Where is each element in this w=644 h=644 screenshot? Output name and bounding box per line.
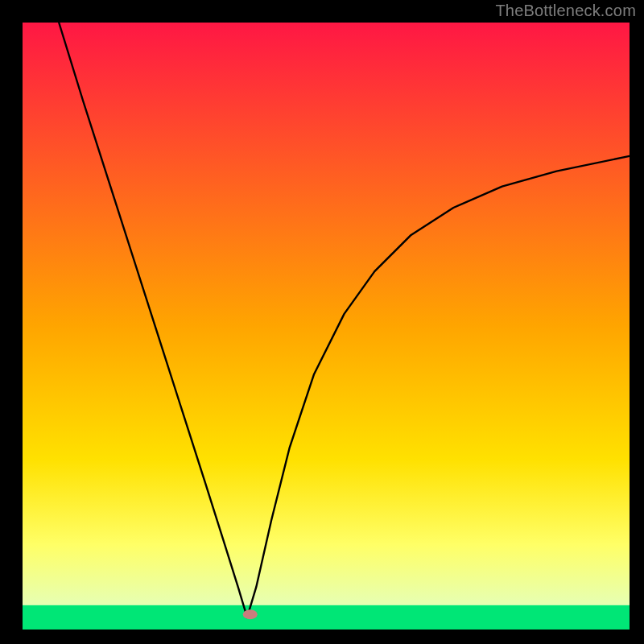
- chart-stage: TheBottleneck.com: [0, 0, 644, 644]
- plot-background: [23, 23, 630, 630]
- bottom-green-band: [23, 605, 630, 630]
- watermark-label: TheBottleneck.com: [495, 2, 636, 20]
- dip-marker: [243, 609, 258, 619]
- bottleneck-chart: [0, 0, 644, 644]
